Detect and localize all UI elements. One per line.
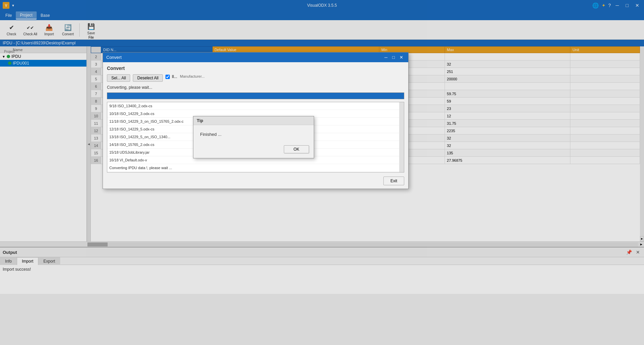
log-item: Converting IPDU data !, please wait ... xyxy=(107,164,404,172)
convert-dialog-controls: ─ □ ✕ xyxy=(383,54,405,60)
convert-dialog-title: Convert xyxy=(106,55,122,60)
checkbox-extra: Manufacturer... xyxy=(180,74,204,82)
progress-fill xyxy=(107,93,404,99)
ok-button[interactable]: OK xyxy=(284,145,309,153)
convert-close-button[interactable]: ✕ xyxy=(398,54,405,60)
log-scrollbar[interactable] xyxy=(399,102,404,172)
tip-body: Finished ... xyxy=(193,125,314,145)
tip-dialog: Tip Finished ... OK xyxy=(193,116,314,158)
convert-minimize-button[interactable]: ─ xyxy=(383,54,389,60)
tip-message: Finished ... xyxy=(200,132,222,137)
tip-footer: OK xyxy=(193,145,314,158)
deselect-all-button[interactable]: Deselect All xyxy=(133,74,163,82)
dialog-overlay: Convert ─ □ ✕ Convert Sel... All Deselec… xyxy=(0,0,644,345)
convert-dialog-titlebar: Convert ─ □ ✕ xyxy=(103,52,408,62)
convert-dialog-footer: Exit xyxy=(107,175,404,185)
checkbox-text: Il... xyxy=(172,74,177,79)
log-item: 9/18 ISO_13400_2.odx-cs xyxy=(107,102,404,110)
convert-select-row: Sel... All Deselect All Il... Manufactur… xyxy=(107,74,404,82)
tip-titlebar: Tip xyxy=(193,116,314,125)
exit-button[interactable]: Exit xyxy=(383,177,404,185)
convert-heading: Convert xyxy=(107,66,404,71)
select-all-button[interactable]: Sel... All xyxy=(107,74,130,82)
status-text: Converting, please wait... xyxy=(107,84,404,90)
log-item: 17/18 IPDU data ! xyxy=(107,172,404,172)
convert-checkbox[interactable] xyxy=(165,75,170,79)
convert-maximize-button[interactable]: □ xyxy=(390,54,396,60)
checkbox-label-row: Il... xyxy=(165,74,177,79)
progress-bar xyxy=(107,92,404,99)
